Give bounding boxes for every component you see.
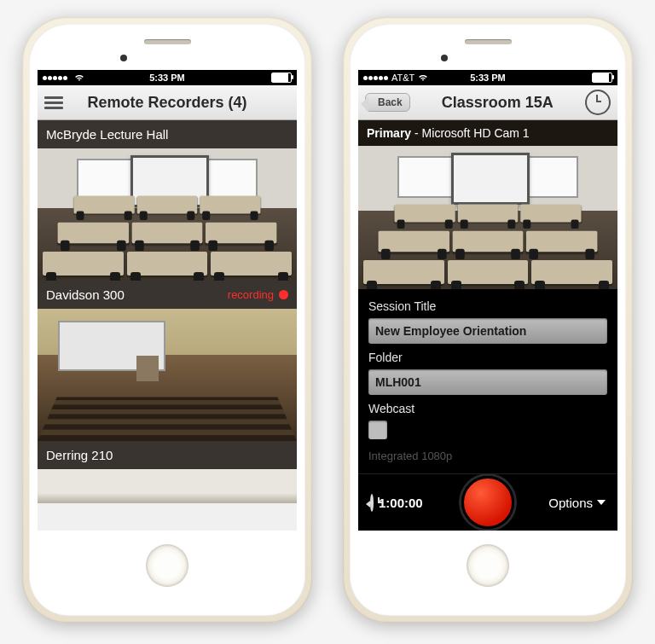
home-button[interactable] <box>146 544 188 587</box>
history-icon <box>370 494 374 512</box>
duration-value: 1:00:00 <box>379 496 423 510</box>
options-button[interactable]: Options <box>548 496 606 510</box>
webcast-label: Webcast <box>368 402 607 415</box>
home-button[interactable] <box>467 544 509 587</box>
page-title: Remote Recorders (4) <box>70 94 264 112</box>
nav-bar: Remote Recorders (4) <box>38 85 297 120</box>
clock-label: 5:33 PM <box>446 73 529 83</box>
recorder-list[interactable]: McBryde Lecture Hall Davidson 300 <box>38 120 297 531</box>
recorder-card[interactable]: Derring 210 <box>38 441 297 503</box>
status-bar: 5:33 PM <box>38 70 297 85</box>
page-title: Classroom 15A <box>417 94 578 112</box>
webcast-checkbox[interactable] <box>368 421 387 439</box>
clock-label: 5:33 PM <box>125 73 208 83</box>
signal-icon <box>43 76 67 80</box>
battery-icon <box>592 73 612 83</box>
recorder-card[interactable]: McBryde Lecture Hall <box>38 120 297 281</box>
phone-right: AT&T 5:33 PM Back Classroom 15A <box>343 17 633 623</box>
recorder-name: Davidson 300 <box>46 287 125 302</box>
folder-label: Folder <box>368 351 607 364</box>
recording-badge: recording <box>228 288 288 301</box>
battery-icon <box>271 73 292 83</box>
wifi-icon <box>74 73 84 82</box>
record-button[interactable] <box>461 476 514 529</box>
status-bar: AT&T 5:33 PM <box>358 70 617 85</box>
speaker <box>144 39 191 44</box>
recorder-preview <box>38 148 297 281</box>
front-camera <box>441 55 448 61</box>
preview-badge: Primary <box>367 126 411 140</box>
carrier-label: AT&T <box>391 73 414 83</box>
duration-chip[interactable]: 1:00:00 <box>370 496 423 510</box>
recorder-preview <box>38 309 297 441</box>
screen-left: 5:33 PM Remote Recorders (4) McBryde Lec… <box>38 70 297 531</box>
chevron-down-icon <box>597 500 606 505</box>
options-label: Options <box>548 496 593 510</box>
recording-label: recording <box>228 288 274 301</box>
nav-bar: Back Classroom 15A <box>358 85 617 120</box>
back-label: Back <box>378 96 403 108</box>
screen-right: AT&T 5:33 PM Back Classroom 15A <box>358 70 617 531</box>
session-title-input[interactable] <box>368 318 607 344</box>
menu-button[interactable] <box>44 96 63 109</box>
preview-source: Microsoft HD Cam 1 <box>422 126 530 140</box>
wifi-icon <box>418 73 428 82</box>
recorder-detail: Primary - Microsoft HD Cam 1 Session Tit… <box>358 120 617 531</box>
front-camera <box>120 55 127 61</box>
signal-icon <box>363 76 388 80</box>
preview-header: Primary - Microsoft HD Cam 1 <box>358 120 617 146</box>
bottom-toolbar: 1:00:00 Options <box>358 473 617 531</box>
recorder-name: Derring 210 <box>46 448 113 462</box>
session-form: Session Title Folder Webcast Integrated … <box>358 289 617 473</box>
back-button[interactable]: Back <box>365 93 410 112</box>
phone-left: 5:33 PM Remote Recorders (4) McBryde Lec… <box>22 17 312 623</box>
recorder-name: McBryde Lecture Hall <box>46 127 168 142</box>
secondary-source-label: Integrated 1080p <box>368 450 607 462</box>
session-title-label: Session Title <box>368 299 607 313</box>
speaker <box>465 39 512 44</box>
schedule-button[interactable] <box>585 90 611 115</box>
recorder-preview <box>38 469 297 503</box>
recording-dot-icon <box>279 290 288 299</box>
folder-input[interactable] <box>368 369 607 395</box>
recorder-card[interactable]: Davidson 300 recording <box>38 281 297 441</box>
preview-image <box>358 146 617 289</box>
